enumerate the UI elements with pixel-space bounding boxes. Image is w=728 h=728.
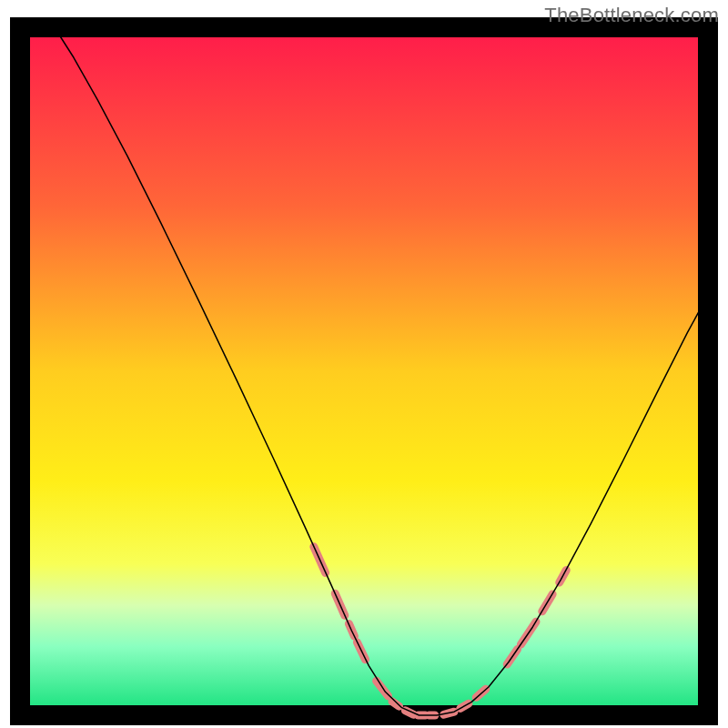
watermark-label: TheBottleneck.com xyxy=(544,4,719,27)
chart-background xyxy=(20,27,708,715)
chart-stage: TheBottleneck.com xyxy=(0,0,728,728)
chart-svg xyxy=(0,0,728,728)
